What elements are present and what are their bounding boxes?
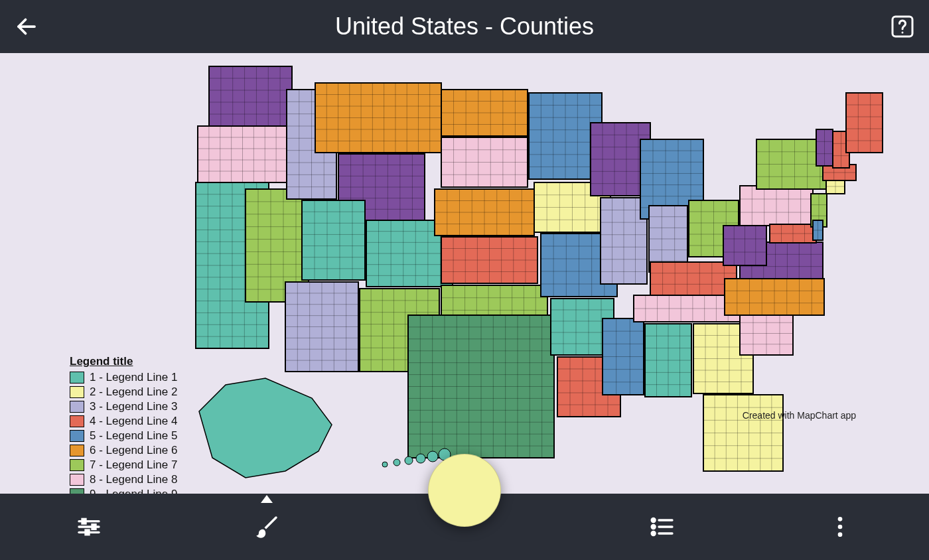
svg-point-468 xyxy=(652,519,655,522)
state-SC[interactable] xyxy=(740,312,793,355)
svg-marker-467 xyxy=(261,495,273,503)
state-AL[interactable] xyxy=(645,324,691,397)
svg-rect-451 xyxy=(846,93,883,153)
svg-rect-98 xyxy=(302,200,365,280)
state-KS[interactable] xyxy=(441,237,537,283)
legend-swatch xyxy=(70,372,84,384)
state-WA[interactable] xyxy=(209,66,292,126)
svg-point-469 xyxy=(652,525,655,529)
state-SD[interactable] xyxy=(441,137,528,187)
state-KY[interactable] xyxy=(650,262,737,295)
map-canvas[interactable]: Legend title 1 - Legend Line 12 - Legend… xyxy=(0,53,929,494)
more-vertical-icon xyxy=(827,514,853,540)
legend-row: 4 - Legend Line 4 xyxy=(70,415,190,428)
state-HI[interactable] xyxy=(427,451,438,462)
legend-swatch xyxy=(70,430,84,442)
state-ME[interactable] xyxy=(846,93,883,153)
legend-swatch xyxy=(70,386,84,398)
us-counties-map[interactable] xyxy=(173,53,889,494)
legend-label: 2 - Legend Line 2 xyxy=(90,385,177,399)
legend-label: 1 - Legend Line 1 xyxy=(90,371,177,384)
state-OR[interactable] xyxy=(198,126,287,182)
brush-button[interactable] xyxy=(247,507,287,547)
legend-label: 8 - Legend Line 8 xyxy=(90,473,177,486)
state-WV[interactable] xyxy=(723,226,766,265)
svg-point-2 xyxy=(902,32,904,34)
state-HI[interactable] xyxy=(416,454,425,463)
legend-swatch xyxy=(70,459,84,471)
more-button[interactable] xyxy=(820,507,860,547)
legend-row: 8 - Legend Line 8 xyxy=(70,473,190,486)
legend-label: 7 - Legend Line 7 xyxy=(90,458,177,472)
state-PA[interactable] xyxy=(740,186,813,226)
map-legend: Legend title 1 - Legend Line 12 - Legend… xyxy=(70,355,190,517)
state-MD[interactable] xyxy=(770,224,816,243)
state-NE[interactable] xyxy=(435,189,534,236)
svg-point-474 xyxy=(838,517,843,522)
svg-rect-3 xyxy=(209,66,292,126)
legend-label: 3 - Legend Line 3 xyxy=(90,400,177,413)
svg-rect-328 xyxy=(650,262,737,295)
svg-point-475 xyxy=(838,525,843,529)
svg-rect-466 xyxy=(86,530,89,535)
state-TX[interactable] xyxy=(408,315,554,458)
chevron-up-icon xyxy=(261,495,273,503)
top-bar: United States - Counties xyxy=(0,0,929,53)
help-icon xyxy=(891,15,914,38)
svg-point-476 xyxy=(838,532,843,537)
legend-row: 6 - Legend Line 6 xyxy=(70,444,190,457)
legend-row: 7 - Legend Line 7 xyxy=(70,458,190,472)
state-CT[interactable] xyxy=(826,179,845,194)
state-FL[interactable] xyxy=(703,395,783,471)
state-AZ[interactable] xyxy=(285,282,358,372)
state-MS[interactable] xyxy=(603,318,644,395)
legend-label: 6 - Legend Line 6 xyxy=(90,444,177,457)
state-HI[interactable] xyxy=(393,459,400,466)
legend-button[interactable] xyxy=(642,507,682,547)
list-icon xyxy=(649,514,676,540)
state-UT[interactable] xyxy=(302,200,365,280)
help-button[interactable] xyxy=(876,15,929,38)
state-DE[interactable] xyxy=(813,220,823,240)
state-NC[interactable] xyxy=(725,279,824,315)
legend-row: 5 - Legend Line 5 xyxy=(70,429,190,443)
legend-swatch xyxy=(70,415,84,427)
svg-point-470 xyxy=(652,532,655,535)
svg-rect-464 xyxy=(82,519,86,524)
settings-button[interactable] xyxy=(69,507,109,547)
legend-title: Legend title xyxy=(70,355,190,368)
back-button[interactable] xyxy=(0,15,53,38)
legend-label: 5 - Legend Line 5 xyxy=(90,429,177,443)
legend-row: 2 - Legend Line 2 xyxy=(70,385,190,399)
current-color-fab[interactable] xyxy=(428,454,501,527)
attribution-text: Created with MapChart app xyxy=(743,410,856,421)
legend-swatch xyxy=(70,474,84,486)
svg-rect-465 xyxy=(92,525,96,529)
state-VT[interactable] xyxy=(816,129,833,166)
page-title: United States - Counties xyxy=(53,13,876,40)
legend-row: 3 - Legend Line 3 xyxy=(70,400,190,413)
legend-row: 1 - Legend Line 1 xyxy=(70,371,190,384)
state-AK[interactable] xyxy=(199,378,332,478)
arrow-left-icon xyxy=(15,15,38,38)
state-ND[interactable] xyxy=(441,90,528,136)
legend-label: 4 - Legend Line 4 xyxy=(90,415,177,428)
sliders-icon xyxy=(76,514,102,540)
brush-icon xyxy=(253,513,281,541)
state-MT[interactable] xyxy=(315,83,441,153)
state-HI[interactable] xyxy=(382,462,388,467)
legend-swatch xyxy=(70,401,84,413)
state-HI[interactable] xyxy=(405,456,413,464)
legend-swatch xyxy=(70,445,84,456)
